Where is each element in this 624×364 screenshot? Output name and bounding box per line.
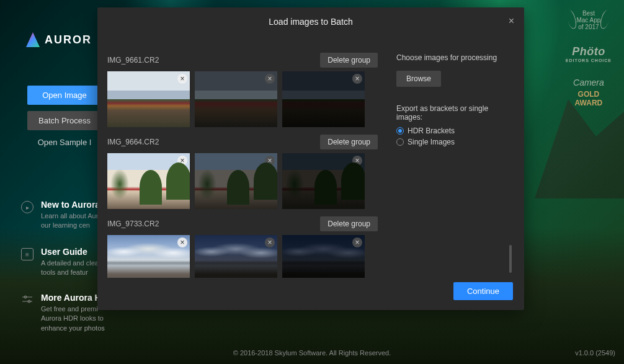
thumbnail[interactable]: ×	[195, 153, 277, 209]
thumbnail[interactable]: ×	[195, 71, 277, 127]
radio-icon	[396, 127, 404, 135]
remove-thumb-icon[interactable]: ×	[177, 74, 187, 84]
awards-section: Best Mac App of 2017 Phöto EDITORS CHOIC…	[566, 10, 612, 117]
options-panel: Choose images for processing Browse Expo…	[378, 33, 514, 278]
close-icon[interactable]: ×	[509, 16, 514, 26]
delete-group-button[interactable]: Delete group	[320, 53, 378, 68]
radio-single-images[interactable]: Single Images	[396, 138, 514, 146]
export-options-label: Export as brackets or single images:	[396, 104, 514, 122]
batch-load-modal: Load images to Batch × IMG_9661.CR2 Dele…	[97, 7, 524, 310]
choose-images-label: Choose images for processing	[396, 53, 514, 62]
radio-icon	[396, 138, 404, 146]
modal-title: Load images to Batch	[269, 17, 352, 27]
remove-thumb-icon[interactable]: ×	[352, 237, 362, 247]
award-camera-gold: Camera GOLD AWARD	[566, 78, 612, 108]
remove-thumb-icon[interactable]: ×	[265, 74, 275, 84]
thumbnail[interactable]: ×	[282, 235, 365, 278]
thumbnail[interactable]: ×	[107, 153, 190, 209]
group-filename: IMG_9661.CR2	[107, 56, 159, 64]
image-group: IMG_9664.CR2 Delete group × × ×	[107, 135, 378, 209]
radio-label: HDR Brackets	[408, 127, 455, 135]
thumbnail[interactable]: ×	[195, 235, 277, 278]
app-logo: AUROR	[26, 32, 92, 47]
open-sample-link[interactable]: Open Sample I	[27, 138, 102, 147]
radio-hdr-brackets[interactable]: HDR Brackets	[396, 127, 514, 135]
thumbnail[interactable]: ×	[282, 71, 365, 127]
remove-thumb-icon[interactable]: ×	[352, 156, 362, 166]
image-group: IMG_9733.CR2 Delete group × × ×	[107, 216, 378, 278]
open-image-button[interactable]: Open Image	[27, 86, 102, 105]
radio-label: Single Images	[408, 138, 455, 146]
batch-process-button[interactable]: Batch Process	[27, 111, 102, 130]
remove-thumb-icon[interactable]: ×	[177, 237, 187, 247]
group-filename: IMG_9664.CR2	[107, 138, 159, 146]
continue-button[interactable]: Continue	[453, 282, 513, 300]
remove-thumb-icon[interactable]: ×	[265, 156, 275, 166]
thumbnail[interactable]: ×	[282, 153, 365, 209]
group-filename: IMG_9733.CR2	[107, 220, 159, 228]
scrollbar-thumb[interactable]	[509, 245, 512, 273]
play-icon: ▸	[21, 201, 33, 213]
image-groups-panel: IMG_9661.CR2 Delete group × × × IMG_9664…	[107, 33, 378, 278]
aurora-logo-icon	[26, 32, 40, 47]
award-best-mac-app: Best Mac App of 2017	[566, 10, 612, 30]
version-label: v1.0.0 (2549)	[575, 349, 615, 357]
delete-group-button[interactable]: Delete group	[320, 216, 378, 231]
sidebar: Open Image Batch Process Open Sample I	[27, 86, 102, 147]
thumbnail[interactable]: ×	[107, 71, 190, 127]
award-photo: Phöto EDITORS CHOICE	[566, 45, 612, 63]
sliders-icon	[21, 294, 33, 306]
browse-button[interactable]: Browse	[396, 71, 441, 87]
copyright-footer: © 2016-2018 Skylum Software. All Rights …	[0, 349, 624, 357]
delete-group-button[interactable]: Delete group	[320, 135, 378, 149]
remove-thumb-icon[interactable]: ×	[265, 237, 275, 247]
image-group: IMG_9661.CR2 Delete group × × ×	[107, 53, 378, 127]
thumbnail[interactable]: ×	[107, 235, 190, 278]
remove-thumb-icon[interactable]: ×	[177, 156, 187, 166]
remove-thumb-icon[interactable]: ×	[352, 74, 362, 84]
modal-header: Load images to Batch ×	[97, 7, 524, 33]
document-icon: ≡	[21, 248, 33, 260]
app-logo-text: AUROR	[45, 33, 92, 47]
